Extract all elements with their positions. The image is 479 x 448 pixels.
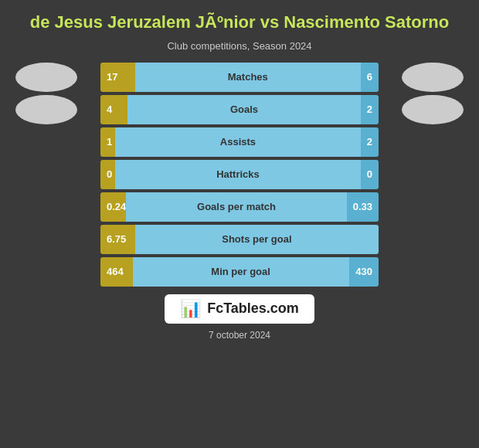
stat-label-assists: Assists [220,136,256,148]
stat-left-assists: 1 [100,127,115,157]
stat-left-val-hattricks: 0 [107,168,112,180]
stat-label-shots_per_goal: Shots per goal [222,233,291,245]
stat-label-matches: Matches [228,71,268,83]
footer-date: 7 october 2024 [209,330,270,341]
oval-right-goals [402,95,464,124]
stat-bar-hattricks: 0Hattricks0 [100,160,379,189]
stat-left-hattricks: 0 [100,160,115,189]
stat-left-shots_per_goal: 6.75 [100,225,135,254]
stat-row-goals: 4Goals2 [8,95,471,124]
stat-row-hattricks: 0Hattricks0 [8,160,471,189]
stat-right-val-goals: 2 [367,104,372,115]
stat-right-val-goals_per_match: 0.33 [353,201,372,212]
stat-bar-goals_per_match: 0.24Goals per match0.33 [100,192,379,222]
stat-center-assists: Assists [115,127,361,157]
stat-right-min_per_goal: 430 [349,257,379,287]
stat-center-matches: Matches [135,63,361,92]
logo-icon: 📊 [180,299,201,319]
stat-label-goals_per_match: Goals per match [197,201,276,212]
stats-area: 17Matches64Goals21Assists20Hattricks00.2… [8,63,471,287]
stat-row-shots_per_goal: 6.75Shots per goal [8,225,471,254]
oval-right-matches [402,63,464,92]
stat-right-val-matches: 6 [367,71,372,83]
stat-left-val-goals_per_match: 0.24 [107,201,126,212]
stat-center-min_per_goal: Min per goal [133,257,349,287]
stat-center-hattricks: Hattricks [115,160,361,189]
stat-right-val-hattricks: 0 [367,168,372,180]
stat-center-shots_per_goal: Shots per goal [135,225,379,254]
stat-left-val-min_per_goal: 464 [107,266,124,277]
stat-left-val-matches: 17 [107,71,117,83]
stat-left-min_per_goal: 464 [100,257,133,287]
subtitle: Club competitions, Season 2024 [167,40,311,52]
stat-left-val-assists: 1 [107,136,112,148]
stat-bar-goals: 4Goals2 [100,95,379,124]
oval-left-goals [15,95,77,124]
stat-left-goals_per_match: 0.24 [100,192,126,222]
stat-label-min_per_goal: Min per goal [211,266,270,277]
page-title: de Jesus Jeruzalem JÃºnior vs Nascimento… [30,12,449,34]
stat-row-matches: 17Matches6 [8,63,471,92]
stat-bar-matches: 17Matches6 [100,63,379,92]
stat-right-hattricks: 0 [361,160,379,189]
stat-right-goals: 2 [361,95,379,124]
stat-bar-min_per_goal: 464Min per goal430 [100,257,379,287]
stat-row-goals_per_match: 0.24Goals per match0.33 [8,192,471,222]
stat-right-val-assists: 2 [367,136,372,148]
logo-text: FcTables.com [207,300,299,317]
stat-label-goals: Goals [230,104,258,115]
stat-bar-assists: 1Assists2 [100,127,379,157]
logo-area: 📊 FcTables.com [165,294,314,324]
stat-left-val-shots_per_goal: 6.75 [107,233,126,245]
stat-right-val-min_per_goal: 430 [355,266,372,277]
stat-left-goals: 4 [100,95,127,124]
stat-left-matches: 17 [100,63,135,92]
main-container: de Jesus Jeruzalem JÃºnior vs Nascimento… [0,0,479,448]
stat-label-hattricks: Hattricks [216,168,260,180]
stat-center-goals: Goals [127,95,361,124]
stat-row-assists: 1Assists2 [8,127,471,157]
stat-right-goals_per_match: 0.33 [347,192,379,222]
stat-right-matches: 6 [361,63,379,92]
stat-left-val-goals: 4 [107,104,112,115]
stat-row-min_per_goal: 464Min per goal430 [8,257,471,287]
stat-center-goals_per_match: Goals per match [126,192,346,222]
stat-right-assists: 2 [361,127,379,157]
oval-left-matches [15,63,77,92]
stat-bar-shots_per_goal: 6.75Shots per goal [100,225,379,254]
